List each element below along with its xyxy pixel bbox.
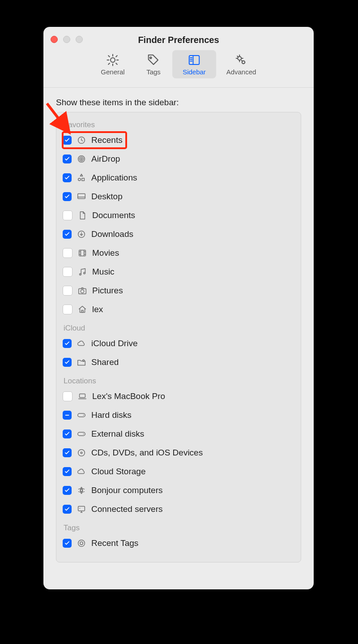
item-ext-disks[interactable]: External disks	[63, 426, 294, 442]
item-label: CDs, DVDs, and iOS Devices	[91, 448, 203, 458]
checkbox[interactable]	[63, 411, 72, 420]
section-title-locations: Locations	[64, 377, 294, 386]
item-airdrop[interactable]: AirDrop	[63, 151, 294, 167]
item-downloads[interactable]: Downloads	[63, 226, 294, 242]
titlebar: Finder Preferences GeneralTagsSidebarAdv…	[43, 27, 314, 88]
svg-rect-31	[80, 394, 85, 398]
item-label: iCloud Drive	[91, 339, 137, 348]
sidebar-icon	[186, 53, 202, 67]
section-title-icloud: iCloud	[64, 324, 294, 333]
checkbox[interactable]	[63, 173, 72, 182]
checkbox[interactable]	[63, 486, 72, 495]
item-music[interactable]: Music	[63, 264, 294, 280]
preferences-window: Finder Preferences GeneralTagsSidebarAdv…	[43, 27, 314, 589]
clock-icon	[76, 135, 87, 146]
item-lex[interactable]: lex	[63, 301, 294, 318]
item-label: Lex's MacBook Pro	[92, 391, 165, 401]
item-pictures[interactable]: Pictures	[63, 283, 294, 299]
item-this-mac[interactable]: Lex's MacBook Pro	[63, 388, 294, 404]
checkbox[interactable]	[63, 505, 72, 514]
tab-tags[interactable]: Tags	[135, 50, 172, 78]
svg-rect-33	[78, 413, 85, 416]
item-label: Hard disks	[91, 410, 132, 420]
item-label: Recents	[91, 135, 123, 145]
tab-label: Tags	[146, 68, 161, 76]
item-recents[interactable]: Recents	[63, 132, 126, 148]
svg-point-28	[81, 290, 84, 293]
item-label: Shared	[91, 357, 119, 367]
svg-point-43	[80, 542, 83, 545]
apps-icon	[76, 172, 87, 183]
svg-rect-18	[79, 250, 86, 256]
svg-point-38	[81, 452, 82, 454]
checkbox[interactable]	[63, 267, 72, 277]
svg-point-34	[83, 415, 84, 416]
folder-shared-icon	[76, 357, 87, 368]
doc-icon	[77, 210, 88, 221]
item-label: Music	[92, 267, 115, 277]
disc-icon	[76, 447, 87, 458]
item-documents[interactable]: Documents	[63, 207, 294, 223]
checkbox[interactable]	[63, 305, 72, 314]
checkbox[interactable]	[63, 286, 72, 296]
tab-general[interactable]: General	[91, 50, 135, 78]
item-label: lex	[92, 305, 103, 314]
checkbox[interactable]	[63, 358, 72, 367]
checkbox[interactable]	[63, 248, 72, 258]
item-cds[interactable]: CDs, DVDs, and iOS Devices	[63, 445, 294, 461]
music-icon	[77, 266, 88, 277]
home-icon	[77, 304, 88, 315]
item-desktop[interactable]: Desktop	[63, 189, 294, 205]
checkbox[interactable]	[63, 539, 72, 548]
preference-tabs: GeneralTagsSidebarAdvanced	[43, 50, 314, 78]
item-cloud-storage[interactable]: Cloud Storage	[63, 464, 294, 480]
svg-point-13	[78, 178, 81, 181]
item-label: Pictures	[92, 286, 123, 296]
item-icloud-drive[interactable]: iCloud Drive	[63, 335, 294, 352]
item-label: Movies	[92, 248, 119, 258]
laptop-icon	[77, 391, 88, 402]
tab-label: General	[101, 68, 124, 76]
checkbox[interactable]	[63, 448, 72, 457]
svg-rect-14	[82, 178, 85, 181]
svg-point-11	[79, 157, 83, 161]
tag-circle-icon	[76, 538, 87, 549]
item-hard-disks[interactable]: Hard disks	[63, 407, 294, 423]
checkbox[interactable]	[63, 339, 72, 348]
checkbox[interactable]	[63, 136, 72, 145]
item-label: Recent Tags	[91, 538, 138, 548]
item-applications[interactable]: Applications	[63, 170, 294, 186]
svg-rect-29	[81, 310, 83, 313]
tab-label: Advanced	[226, 68, 256, 76]
checkbox[interactable]	[63, 192, 72, 201]
checkbox[interactable]	[63, 391, 72, 401]
svg-point-12	[81, 158, 82, 160]
bonjour-icon	[76, 485, 87, 496]
content: Show these items in the sidebar: Favorit…	[43, 88, 314, 575]
tab-label: Sidebar	[183, 68, 206, 76]
item-label: AirDrop	[91, 154, 120, 164]
item-servers[interactable]: Connected servers	[63, 501, 294, 517]
checkbox[interactable]	[63, 429, 72, 438]
svg-point-41	[79, 508, 80, 509]
item-recent-tags[interactable]: Recent Tags	[63, 535, 294, 551]
item-label: Documents	[92, 210, 135, 220]
checkbox[interactable]	[63, 155, 72, 163]
tab-sidebar[interactable]: Sidebar	[172, 50, 216, 78]
item-shared[interactable]: Shared	[63, 354, 294, 370]
camera-icon	[77, 285, 88, 296]
checkbox[interactable]	[63, 467, 72, 476]
svg-point-1	[150, 57, 152, 59]
film-icon	[77, 248, 88, 258]
section-title-favorites: Favorites	[64, 120, 294, 129]
svg-point-37	[78, 450, 85, 456]
checkbox[interactable]	[63, 210, 72, 220]
hdd-icon	[76, 429, 87, 439]
item-bonjour[interactable]: Bonjour computers	[63, 482, 294, 498]
checkbox[interactable]	[63, 230, 72, 239]
desktop-icon	[76, 191, 87, 202]
cloud-icon	[76, 338, 87, 349]
tab-advanced[interactable]: Advanced	[216, 50, 266, 78]
item-movies[interactable]: Movies	[63, 245, 294, 261]
window-title: Finder Preferences	[43, 35, 314, 45]
